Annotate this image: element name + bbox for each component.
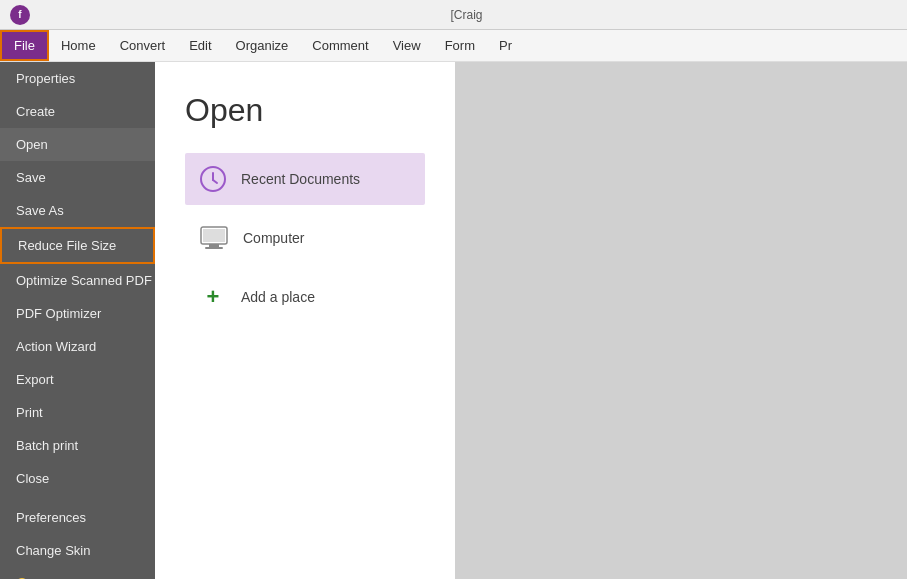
menu-item-file[interactable]: File (0, 30, 49, 61)
main-layout: Properties Create Open Save Save As Redu… (0, 62, 907, 579)
open-option-computer-label: Computer (243, 230, 304, 246)
app-logo: f (10, 5, 30, 25)
sidebar-item-close[interactable]: Close (0, 462, 155, 495)
sidebar: Properties Create Open Save Save As Redu… (0, 62, 155, 579)
menu-item-convert[interactable]: Convert (108, 30, 178, 61)
sidebar-item-open[interactable]: Open (0, 128, 155, 161)
open-option-add-label: Add a place (241, 289, 315, 305)
sidebar-item-action-wizard[interactable]: Action Wizard (0, 330, 155, 363)
open-option-add[interactable]: + Add a place (185, 271, 425, 323)
content-area: Open Recent Documents Computer (155, 62, 907, 579)
svg-rect-4 (203, 229, 225, 242)
sidebar-item-change-skin[interactable]: Change Skin (0, 534, 155, 567)
svg-line-2 (213, 180, 217, 183)
sidebar-item-save[interactable]: Save (0, 161, 155, 194)
open-option-recent[interactable]: Recent Documents (185, 153, 425, 205)
menu-item-home[interactable]: Home (49, 30, 108, 61)
gray-area (455, 62, 907, 579)
open-option-recent-label: Recent Documents (241, 171, 360, 187)
sidebar-item-share[interactable]: Share with Friends (0, 567, 155, 579)
window-title: [Craig (36, 8, 897, 22)
menu-item-view[interactable]: View (381, 30, 433, 61)
menu-item-organize[interactable]: Organize (224, 30, 301, 61)
add-place-icon: + (199, 283, 227, 311)
sidebar-item-pdf-optimizer[interactable]: PDF Optimizer (0, 297, 155, 330)
menu-item-comment[interactable]: Comment (300, 30, 380, 61)
open-panel-title: Open (185, 92, 425, 129)
sidebar-item-properties[interactable]: Properties (0, 62, 155, 95)
open-option-computer[interactable]: Computer (185, 213, 425, 263)
sidebar-item-reduce-file-size[interactable]: Reduce File Size (0, 227, 155, 264)
svg-rect-5 (209, 244, 219, 247)
svg-rect-6 (205, 247, 223, 249)
sidebar-item-preferences[interactable]: Preferences (0, 501, 155, 534)
computer-icon (199, 225, 229, 251)
menu-item-edit[interactable]: Edit (177, 30, 223, 61)
sidebar-item-save-as[interactable]: Save As (0, 194, 155, 227)
open-panel: Open Recent Documents Computer (155, 62, 455, 579)
sidebar-item-print[interactable]: Print (0, 396, 155, 429)
sidebar-item-optimize-scanned[interactable]: Optimize Scanned PDF (0, 264, 155, 297)
sidebar-item-batch-print[interactable]: Batch print (0, 429, 155, 462)
app-logo-letter: f (18, 9, 21, 20)
clock-icon (199, 165, 227, 193)
sidebar-item-create[interactable]: Create (0, 95, 155, 128)
title-bar: f [Craig (0, 0, 907, 30)
menu-bar: File Home Convert Edit Organize Comment … (0, 30, 907, 62)
sidebar-item-export[interactable]: Export (0, 363, 155, 396)
menu-item-pr[interactable]: Pr (487, 30, 524, 61)
menu-item-form[interactable]: Form (433, 30, 487, 61)
